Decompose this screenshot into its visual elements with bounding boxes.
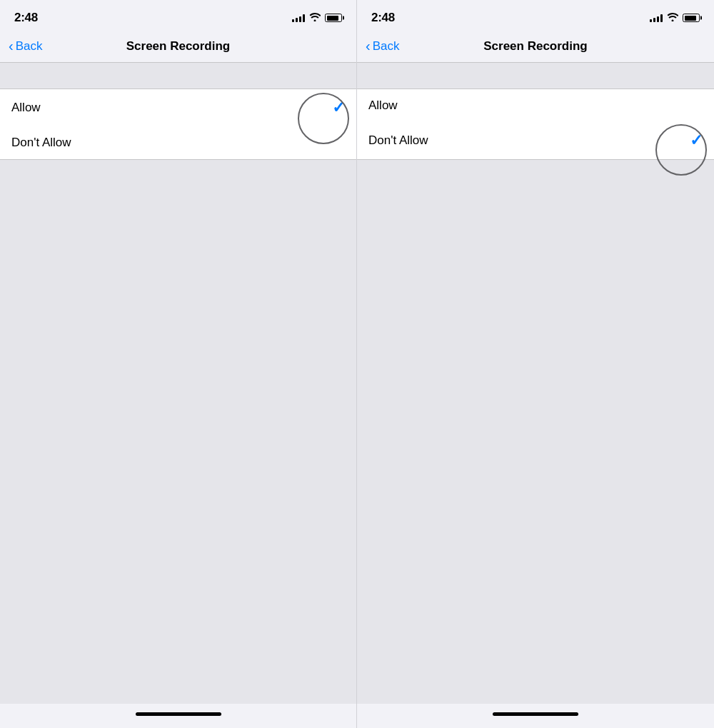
settings-list-right: Allow Don't Allow ✓ [357,89,714,160]
status-icons-right [650,13,700,24]
back-label-left: Back [16,39,43,54]
status-icons-left [292,13,342,24]
nav-title-left: Screen Recording [126,39,231,54]
allow-row-right[interactable]: Allow [357,89,714,122]
content-area-right [357,160,714,704]
nav-bar-left: ‹ Back Screen Recording [0,31,356,63]
allow-row-left[interactable]: Allow ✓ [0,89,356,126]
status-bar-left: 2:48 [0,0,356,31]
dont-allow-label-left: Don't Allow [11,136,71,150]
time-right: 2:48 [371,11,395,25]
home-indicator-right [493,712,578,716]
battery-icon-left [325,14,342,22]
allow-label-right: Allow [368,98,398,113]
allow-checkmark-left: ✓ [332,98,345,117]
dont-allow-label-right: Don't Allow [368,133,428,148]
back-button-right[interactable]: ‹ Back [366,39,399,54]
time-left: 2:48 [14,11,38,25]
phone-left: 2:48 [0,0,357,728]
home-indicator-left [136,712,221,716]
home-indicator-area-right [357,704,714,728]
back-label-right: Back [373,39,400,54]
battery-icon-right [683,14,700,22]
back-button-left[interactable]: ‹ Back [9,39,42,54]
dont-allow-row-right[interactable]: Don't Allow ✓ [357,122,714,159]
content-area-left [0,160,356,704]
phone-right: 2:48 [357,0,714,728]
section-gap-left [0,63,356,89]
section-gap-right [357,63,714,89]
dont-allow-checkmark-right: ✓ [690,131,703,150]
nav-bar-right: ‹ Back Screen Recording [357,31,714,63]
signal-icon-right [650,14,663,22]
allow-label-left: Allow [11,101,41,115]
wifi-icon-right [667,13,678,24]
settings-list-left: Allow ✓ Don't Allow [0,89,356,160]
home-indicator-area-left [0,704,356,728]
nav-title-right: Screen Recording [483,39,588,54]
status-bar-right: 2:48 [357,0,714,31]
back-chevron-right: ‹ [366,39,371,53]
dont-allow-row-left[interactable]: Don't Allow [0,126,356,159]
phones-container: 2:48 [0,0,714,728]
back-chevron-left: ‹ [9,39,14,53]
wifi-icon-left [309,13,321,24]
signal-icon-left [292,14,305,22]
